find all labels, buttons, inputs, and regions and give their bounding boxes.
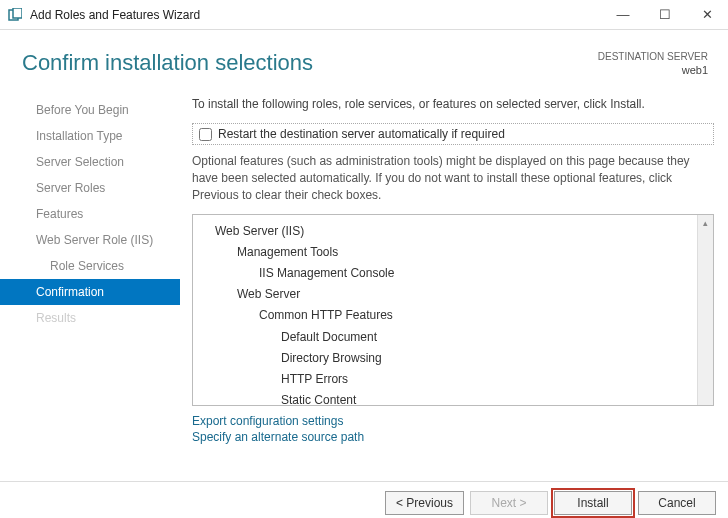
nav-web-server-role[interactable]: Web Server Role (IIS) <box>0 227 180 253</box>
install-button[interactable]: Install <box>554 491 632 515</box>
nav-results: Results <box>0 305 180 331</box>
page-title: Confirm installation selections <box>22 50 598 76</box>
nav-server-roles[interactable]: Server Roles <box>0 175 180 201</box>
next-button: Next > <box>470 491 548 515</box>
app-icon <box>8 7 24 23</box>
tree-item: Static Content <box>207 392 693 405</box>
window-title: Add Roles and Features Wizard <box>30 8 602 22</box>
button-bar: < Previous Next > Install Cancel <box>0 481 728 518</box>
destination-server: web1 <box>598 63 708 77</box>
nav-installation-type[interactable]: Installation Type <box>0 123 180 149</box>
tree-item: Web Server (IIS) <box>207 223 693 239</box>
wizard-nav: Before You Begin Installation Type Serve… <box>0 89 180 481</box>
cancel-button[interactable]: Cancel <box>638 491 716 515</box>
tree-item: Default Document <box>207 329 693 345</box>
restart-checkbox[interactable] <box>199 128 212 141</box>
nav-server-selection[interactable]: Server Selection <box>0 149 180 175</box>
scrollbar[interactable]: ▴ <box>697 215 713 405</box>
selections-box: Web Server (IIS) Management Tools IIS Ma… <box>192 214 714 406</box>
maximize-button[interactable]: ☐ <box>644 0 686 30</box>
export-link[interactable]: Export configuration settings <box>192 414 714 428</box>
nav-role-services[interactable]: Role Services <box>0 253 180 279</box>
alt-source-link[interactable]: Specify an alternate source path <box>192 430 714 444</box>
destination-label: DESTINATION SERVER <box>598 50 708 63</box>
tree-item: Web Server <box>207 286 693 302</box>
destination-info: DESTINATION SERVER web1 <box>598 50 708 77</box>
tree-item: IIS Management Console <box>207 265 693 281</box>
scroll-up-icon[interactable]: ▴ <box>698 215 713 231</box>
tree-item: HTTP Errors <box>207 371 693 387</box>
intro-text: To install the following roles, role ser… <box>192 97 714 111</box>
nav-features[interactable]: Features <box>0 201 180 227</box>
page-header: Confirm installation selections DESTINAT… <box>0 30 728 85</box>
content-area: To install the following roles, role ser… <box>180 89 714 481</box>
restart-checkbox-label: Restart the destination server automatic… <box>218 127 505 141</box>
tree-item: Common HTTP Features <box>207 307 693 323</box>
tree-item: Management Tools <box>207 244 693 260</box>
nav-before-you-begin[interactable]: Before You Begin <box>0 97 180 123</box>
minimize-button[interactable]: — <box>602 0 644 30</box>
close-button[interactable]: ✕ <box>686 0 728 30</box>
svg-rect-1 <box>13 8 22 18</box>
tree-item: Directory Browsing <box>207 350 693 366</box>
previous-button[interactable]: < Previous <box>385 491 464 515</box>
links-area: Export configuration settings Specify an… <box>192 414 714 444</box>
title-bar: Add Roles and Features Wizard — ☐ ✕ <box>0 0 728 30</box>
restart-checkbox-row[interactable]: Restart the destination server automatic… <box>192 123 714 145</box>
nav-confirmation[interactable]: Confirmation <box>0 279 180 305</box>
selections-tree[interactable]: Web Server (IIS) Management Tools IIS Ma… <box>193 215 713 405</box>
optional-note: Optional features (such as administratio… <box>192 153 714 203</box>
